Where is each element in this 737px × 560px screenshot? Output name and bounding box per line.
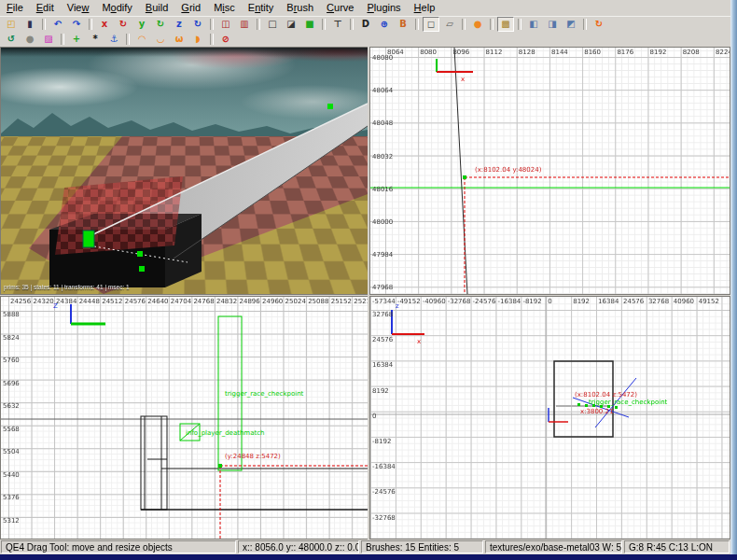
- show-entities-button[interactable]: ●: [469, 17, 486, 32]
- open-button[interactable]: ◰: [3, 17, 20, 32]
- drag-handle[interactable]: [137, 251, 143, 257]
- toolbar-main: ◰▮↶↷x↻y↻z↻◫▥□◪■⊤D⊕B◻▱●▩◧◨◩↻: [0, 17, 732, 32]
- menu-curve[interactable]: Curve: [320, 1, 360, 15]
- status-bar: QE4 Drag Tool: move and resize objects x…: [0, 539, 730, 554]
- rotate-y-button[interactable]: ↻: [152, 17, 169, 32]
- xy-top-viewport[interactable]: (x:8102.04 y:48024) x 806480808096811281…: [369, 47, 730, 295]
- drag-handle[interactable]: [327, 104, 333, 109]
- split-view-3-button[interactable]: ◩: [563, 17, 579, 32]
- camera-3d-viewport[interactable]: prims: 35 | states: 11 | transforms: 41 …: [0, 47, 368, 295]
- rotate-z-icon: ↻: [194, 20, 202, 29]
- menu-grid[interactable]: Grid: [174, 1, 207, 15]
- vertex-handle[interactable]: [577, 403, 580, 406]
- split-view-3-icon: ◩: [566, 20, 575, 29]
- patch-bevel-button[interactable]: ◡: [152, 32, 169, 47]
- patch-cone-button[interactable]: ◗: [189, 32, 206, 47]
- xz-front-viewport[interactable]: (x:8102.04 z:5472) trigger_race_checkpoi…: [369, 296, 730, 539]
- no-clip-button[interactable]: ⊘: [217, 32, 234, 47]
- menu-build[interactable]: Build: [139, 1, 175, 15]
- redo-button[interactable]: ↷: [68, 17, 85, 32]
- menu-modify[interactable]: Modify: [95, 1, 138, 15]
- menu-misc[interactable]: Misc: [207, 1, 242, 15]
- textured-view-button[interactable]: ■: [301, 17, 318, 32]
- decal-tool-button[interactable]: ▨: [40, 32, 57, 47]
- split-view-2-button[interactable]: ◨: [544, 17, 561, 32]
- menu-edit[interactable]: Edit: [30, 1, 61, 15]
- split-view-1-button[interactable]: ◧: [525, 17, 542, 32]
- drag-point[interactable]: [218, 464, 222, 468]
- toolbar-separator: [210, 19, 214, 30]
- brush-scale-icon: B: [399, 20, 407, 29]
- csg-merge-button[interactable]: ▥: [236, 17, 253, 32]
- refresh-button[interactable]: ↻: [591, 17, 607, 32]
- menu-file[interactable]: File: [0, 1, 30, 15]
- drag-coords-label: (x:8102.04 z:5472): [575, 391, 637, 399]
- clipper-button[interactable]: ⊤: [329, 17, 346, 32]
- save-button[interactable]: ▮: [21, 17, 38, 32]
- cubic-clip-button[interactable]: D: [357, 17, 374, 32]
- move-tool-button[interactable]: +: [68, 32, 85, 47]
- toolbar-separator: [518, 19, 521, 30]
- yz-side-viewport[interactable]: (y:24848 z:5472) trigger_race_checkpoint…: [0, 296, 368, 539]
- brush-scale-button[interactable]: B: [395, 17, 411, 32]
- drag-point[interactable]: [463, 175, 466, 179]
- wireframe-view-button[interactable]: □: [264, 17, 281, 32]
- rotate-x-button[interactable]: ↻: [115, 17, 132, 32]
- patch-cone-icon: ◗: [195, 35, 200, 44]
- toolbar-separator: [42, 19, 46, 30]
- flip-y-button[interactable]: y: [133, 17, 150, 32]
- menu-brush[interactable]: Brush: [280, 1, 320, 15]
- patch-cylinder-button[interactable]: ◠: [133, 32, 150, 47]
- toolbar-separator: [257, 19, 260, 30]
- flip-x-button[interactable]: x: [96, 17, 113, 32]
- vertex-handle[interactable]: [585, 404, 588, 407]
- select-inside-icon: ▱: [446, 20, 453, 29]
- menu-view[interactable]: View: [61, 1, 96, 15]
- menu-plugins[interactable]: Plugins: [360, 1, 407, 15]
- anchor-tool-button[interactable]: ⚓: [105, 32, 122, 47]
- toolbar-separator: [583, 19, 587, 30]
- flip-z-icon: z: [176, 20, 182, 29]
- show-entities-icon: ●: [474, 20, 482, 29]
- vertical-splitter[interactable]: [368, 47, 369, 539]
- rock-tool-button[interactable]: ●: [21, 32, 38, 47]
- bot-tool-icon: *: [92, 35, 97, 44]
- split-view-1-icon: ◧: [529, 20, 537, 29]
- bot-tool-button[interactable]: *: [87, 32, 104, 47]
- texture-view-button[interactable]: ▩: [497, 17, 514, 32]
- rock-tool-icon: ●: [26, 35, 35, 44]
- undo-button[interactable]: ↶: [49, 17, 66, 32]
- player-entity-label: info_player_deathmatch: [186, 429, 265, 437]
- drag-coords-label: (x:8102.04 y:48024): [475, 166, 542, 174]
- status-counts: Brushes: 15 Entities: 5: [361, 540, 483, 553]
- vertex-handle[interactable]: [615, 406, 618, 409]
- hidden-line-view-button[interactable]: ◪: [283, 17, 299, 32]
- anchor-tool-icon: ⚓: [110, 35, 118, 44]
- patch-endcap-button[interactable]: ω: [171, 32, 188, 47]
- csg-merge-icon: ▥: [240, 20, 248, 29]
- horizontal-splitter[interactable]: [0, 295, 730, 296]
- move-tool-icon: +: [73, 35, 80, 44]
- toolbar-separator: [490, 19, 494, 30]
- drag-handle[interactable]: [83, 231, 94, 247]
- drag-coords-label: (y:24848 z:5472): [225, 453, 281, 460]
- free-rotation-button[interactable]: ⊕: [376, 17, 393, 32]
- window-right-border: [730, 0, 737, 554]
- drag-handle[interactable]: [139, 266, 145, 272]
- csg-subtract-button[interactable]: ◫: [217, 17, 234, 32]
- status-tool: QE4 Drag Tool: move and resize objects: [1, 540, 236, 553]
- toolbar-separator: [322, 19, 326, 30]
- status-coordinates: x:: 8056.0 y:: 48000.0 z:: 0.0: [238, 540, 359, 553]
- rotate-y-icon: ↻: [157, 20, 164, 29]
- rotate-z-button[interactable]: ↻: [189, 17, 206, 32]
- x-axis-label: x: [461, 76, 465, 83]
- toolbar-separator: [126, 34, 130, 45]
- no-clip-icon: ⊘: [222, 35, 229, 44]
- menu-help[interactable]: Help: [408, 1, 442, 15]
- flip-z-button[interactable]: z: [171, 17, 188, 32]
- update-models-button[interactable]: ↺: [3, 32, 20, 47]
- select-touching-button[interactable]: ◻: [423, 17, 439, 32]
- select-inside-button[interactable]: ▱: [441, 17, 458, 32]
- undo-icon: ↶: [54, 20, 62, 29]
- menu-entity[interactable]: Entity: [242, 1, 281, 15]
